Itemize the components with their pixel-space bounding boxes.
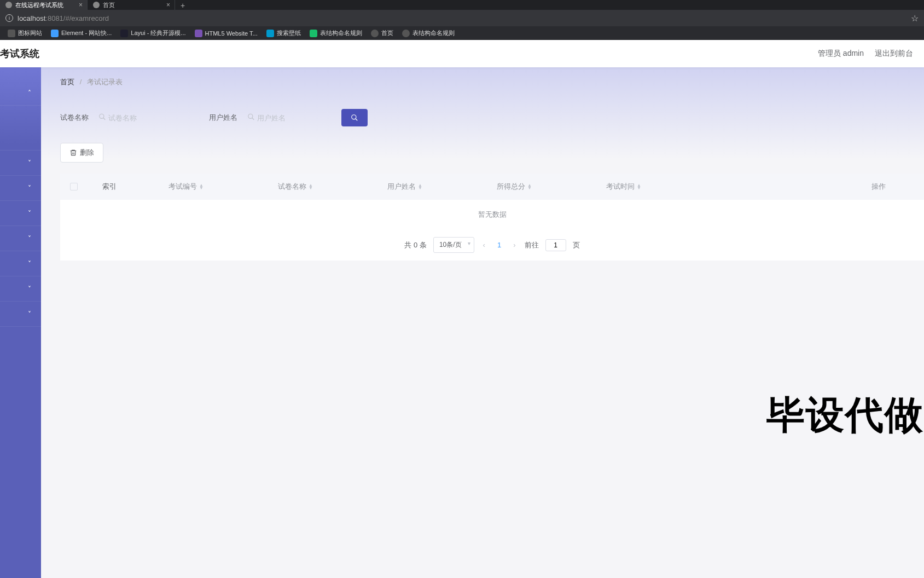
favicon-icon: [5, 2, 12, 8]
bookmark-item[interactable]: Element - 网站快...: [48, 28, 115, 38]
close-icon[interactable]: ×: [166, 1, 170, 9]
url-path: /#/examrecord: [63, 14, 109, 22]
tab-title: 首页: [103, 1, 115, 9]
trash-icon: [69, 149, 77, 157]
col-ops: 操作: [678, 182, 924, 192]
svg-line-3: [252, 118, 254, 120]
watermark-text: 毕设代做: [766, 390, 924, 441]
breadcrumb-current: 考试记录表: [87, 78, 123, 86]
data-table: 索引 考试编号▲▼ 试卷名称▲▼ 用户姓名▲▼ 所得总分▲▼ 考试时间▲▼ 操作…: [60, 174, 924, 261]
sort-icon[interactable]: ▲▼: [418, 184, 422, 189]
sidebar-item[interactable]: [0, 106, 41, 151]
bookmark-icon: [51, 30, 59, 37]
chevron-down-icon: ˅: [28, 235, 31, 242]
pagination-total: 共 0 条: [404, 240, 426, 250]
sidebar-item[interactable]: ˄: [0, 80, 41, 106]
bookmark-bar: 图标网站 Element - 网站快... Layui - 经典开源模... H…: [0, 26, 924, 40]
search-row: 试卷名称 用户姓名: [60, 109, 924, 126]
browser-tab-1[interactable]: 在线远程考试系统 ×: [0, 0, 88, 10]
browser-tabs: 在线远程考试系统 × 首页 × +: [0, 0, 924, 10]
chevron-up-icon: ˄: [28, 89, 31, 97]
favicon-icon: [93, 2, 100, 8]
search-icon: [247, 113, 255, 123]
sidebar-item[interactable]: ˅: [0, 251, 41, 276]
col-paper-name[interactable]: 试卷名称▲▼: [241, 182, 350, 192]
col-index: 索引: [88, 182, 131, 192]
bookmark-item[interactable]: Layui - 经典开源模...: [117, 28, 189, 38]
app-header: 考试系统 管理员 admin 退出到前台: [0, 40, 924, 67]
bookmark-icon: [371, 30, 379, 37]
next-page-button[interactable]: ›: [511, 241, 518, 249]
address-bar[interactable]: i localhost:8081/#/examrecord ☆: [0, 10, 924, 26]
bookmark-item[interactable]: HTML5 Website T...: [191, 28, 261, 38]
chevron-down-icon: ˅: [28, 184, 31, 192]
bookmark-icon: [310, 30, 317, 37]
user-name-label: 用户姓名: [209, 113, 237, 123]
sort-icon[interactable]: ▲▼: [637, 184, 641, 189]
bookmark-item[interactable]: 图标网站: [4, 28, 45, 38]
admin-label[interactable]: 管理员 admin: [818, 49, 864, 59]
chevron-down-icon: ˅: [28, 310, 31, 318]
svg-line-1: [103, 118, 106, 120]
breadcrumb: 首页 / 考试记录表: [60, 77, 924, 87]
sort-icon[interactable]: ▲▼: [199, 184, 204, 189]
table-empty: 暂无数据: [60, 200, 924, 229]
pagination: 共 0 条 10条/页 ‹ 1 › 前往 页: [60, 229, 924, 261]
sort-icon[interactable]: ▲▼: [309, 184, 313, 189]
close-icon[interactable]: ×: [79, 1, 83, 9]
goto-prefix: 前往: [525, 240, 539, 250]
sidebar-item[interactable]: ˅: [0, 226, 41, 251]
select-all-checkbox[interactable]: [70, 183, 78, 190]
table-header: 索引 考试编号▲▼ 试卷名称▲▼ 用户姓名▲▼ 所得总分▲▼ 考试时间▲▼ 操作: [60, 174, 924, 200]
logout-link[interactable]: 退出到前台: [875, 49, 913, 59]
content-area: 首页 / 考试记录表 试卷名称 用户姓名: [41, 67, 924, 578]
bookmark-icon: [195, 30, 202, 37]
sidebar-item[interactable]: 理˅: [0, 151, 41, 176]
tab-title: 在线远程考试系统: [15, 1, 63, 9]
bookmark-icon: [8, 30, 15, 37]
svg-point-0: [100, 114, 104, 118]
search-icon: [98, 113, 106, 123]
app-title: 考试系统: [0, 47, 39, 60]
bookmark-icon: [120, 30, 128, 37]
goto-page-input[interactable]: [545, 239, 566, 251]
bookmark-item[interactable]: 表结构命名规则: [306, 28, 365, 38]
breadcrumb-sep: /: [80, 78, 82, 86]
info-icon[interactable]: i: [5, 14, 13, 22]
goto-suffix: 页: [573, 240, 580, 250]
svg-point-2: [248, 114, 253, 118]
sidebar: ˄ 理˅ ˅ ˅ ˅ ˅ ˅ ˅: [0, 67, 41, 578]
chevron-down-icon: ˅: [28, 285, 31, 293]
paper-name-input[interactable]: [94, 111, 182, 125]
browser-tab-2[interactable]: 首页 ×: [88, 0, 175, 10]
col-user-name[interactable]: 用户姓名▲▼: [350, 182, 460, 192]
prev-page-button[interactable]: ‹: [481, 241, 487, 249]
star-icon[interactable]: ☆: [911, 13, 919, 24]
sidebar-item[interactable]: ˅: [0, 176, 41, 201]
breadcrumb-home[interactable]: 首页: [60, 78, 74, 86]
chevron-down-icon: ˅: [28, 260, 31, 268]
sidebar-item[interactable]: ˅: [0, 201, 41, 226]
col-exam-no[interactable]: 考试编号▲▼: [131, 182, 241, 192]
search-button[interactable]: [341, 109, 368, 126]
col-score[interactable]: 所得总分▲▼: [460, 182, 569, 192]
chevron-down-icon: ˅: [28, 210, 31, 217]
page-number[interactable]: 1: [494, 241, 504, 249]
user-name-input[interactable]: [243, 111, 330, 125]
bookmark-item[interactable]: 首页: [368, 28, 397, 38]
col-exam-time[interactable]: 考试时间▲▼: [569, 182, 678, 192]
svg-line-5: [356, 119, 358, 121]
paper-name-label: 试卷名称: [60, 113, 89, 123]
svg-point-4: [352, 115, 356, 119]
sidebar-item[interactable]: ˅: [0, 276, 41, 302]
chevron-down-icon: ˅: [28, 159, 31, 167]
page-size-select[interactable]: 10条/页: [433, 237, 474, 253]
delete-label: 删除: [80, 148, 94, 158]
delete-button[interactable]: 删除: [60, 143, 103, 163]
bookmark-icon: [266, 30, 274, 37]
bookmark-item[interactable]: 表结构命名规则: [399, 28, 458, 38]
sidebar-item[interactable]: ˅: [0, 302, 41, 327]
sort-icon[interactable]: ▲▼: [527, 184, 532, 189]
bookmark-item[interactable]: 搜索壁纸: [263, 28, 304, 38]
new-tab-button[interactable]: +: [175, 1, 190, 10]
